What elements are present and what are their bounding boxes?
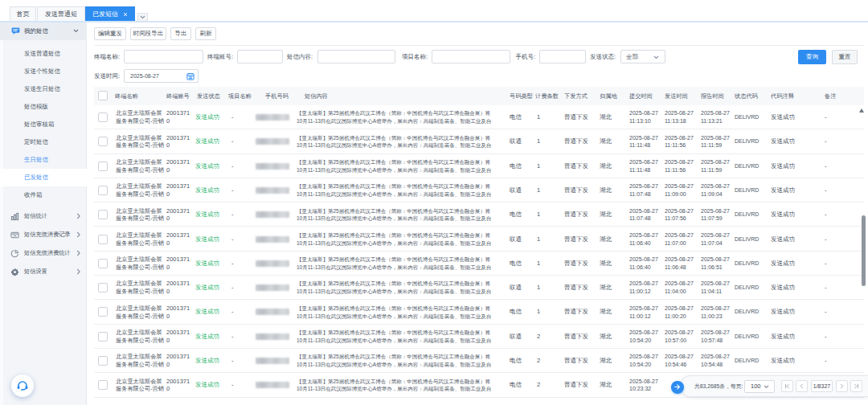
next-page-button[interactable]: [836, 380, 848, 392]
tab-dropdown-button[interactable]: [137, 13, 148, 22]
row-checkbox[interactable]: [98, 235, 108, 244]
row-checkbox[interactable]: [98, 162, 108, 171]
sms-content-input[interactable]: [317, 50, 395, 63]
text-line: 【亚太瑞斯】第25届机博会武汉工博会（简称：中国机博会与武汉工博会融合展）将: [297, 109, 507, 117]
cell-code-comment: 发送成功: [771, 178, 795, 202]
table-row[interactable]: 北京亚太瑞斯会展服务有限公司-营销20013710发送成功-【亚太瑞斯】第25届…: [0, 227, 868, 252]
row-checkbox[interactable]: [98, 380, 108, 390]
cell-send-status: 发送成功: [195, 300, 219, 324]
row-checkbox[interactable]: [98, 210, 108, 219]
export-button[interactable]: 导出: [170, 27, 191, 40]
table-row[interactable]: 北京亚太瑞斯会展服务有限公司-营销20013710发送成功-【亚太瑞斯】第25届…: [0, 300, 868, 324]
project-name-input[interactable]: [432, 50, 510, 63]
cell-send-time: 2025-08-2711:00:20: [665, 305, 694, 321]
text-line: 北京亚太瑞斯会展: [116, 329, 166, 337]
table-row[interactable]: 北京亚太瑞斯会展服务有限公司-营销20013710发送成功-【亚太瑞斯】第25届…: [0, 129, 868, 153]
cell-code-comment: 发送成功: [771, 349, 795, 373]
sidebar-item-send-birthday-sms[interactable]: 发送生日短信: [0, 80, 87, 98]
select-all-checkbox[interactable]: [98, 91, 108, 100]
table-row[interactable]: 北京亚太瑞斯会展服务有限公司-营销20013710发送成功-【亚太瑞斯】第25届…: [0, 105, 868, 129]
text-line: 11:06:48: [665, 264, 694, 272]
cell-submit-time: 2025-08-2711:06:40: [629, 256, 658, 272]
pagination-toggle-button[interactable]: [671, 381, 684, 394]
row-checkbox[interactable]: [98, 356, 108, 366]
cell-terminal-account: 20013710: [166, 378, 191, 394]
last-page-button[interactable]: [850, 380, 862, 392]
cell-terminal-account: 20013710: [166, 182, 191, 198]
row-checkbox[interactable]: [98, 283, 108, 292]
calendar-icon: [186, 72, 194, 80]
row-checkbox[interactable]: [98, 186, 108, 195]
phone-input[interactable]: [539, 50, 586, 63]
close-icon[interactable]: [123, 12, 128, 17]
text-line: 10:23:32: [629, 385, 658, 393]
refresh-button[interactable]: 刷新: [195, 27, 216, 40]
prev-page-button[interactable]: [796, 380, 808, 392]
text-line: 10:54:20: [629, 337, 658, 345]
row-checkbox[interactable]: [98, 307, 108, 317]
tab-sent-sms[interactable]: 已发短信: [85, 6, 135, 21]
pagination-total: 共83,2685条，每页:: [694, 376, 743, 396]
text-line: 10月11-13日在武汉国际博览中心A馆举办，展出内容：高端制造装备、智能工业及…: [297, 264, 507, 272]
scrollbar-thumb[interactable]: [862, 215, 866, 286]
tab-home[interactable]: 首页: [10, 6, 36, 21]
table-row[interactable]: 北京亚太瑞斯会展服务有限公司-营销20013710发送成功-【亚太瑞斯】第25届…: [0, 178, 868, 202]
cell-project-name: -: [231, 300, 234, 324]
cell-terminal-account: 20013710: [166, 280, 191, 296]
calendar-icon: [186, 72, 194, 80]
table-row[interactable]: 北京亚太瑞斯会展服务有限公司-营销20013710发送成功-【亚太瑞斯】第25届…: [0, 276, 868, 300]
query-button[interactable]: 查询: [798, 50, 826, 64]
row-checkbox[interactable]: [98, 137, 108, 146]
cell-remark: -: [825, 349, 827, 373]
scrollbar-up-arrow[interactable]: [859, 108, 864, 112]
table-row[interactable]: 北京亚太瑞斯会展服务有限公司-营销20013710发送成功-【亚太瑞斯】第25届…: [0, 349, 868, 373]
text-line: 2025-08-27: [629, 280, 658, 288]
terminal-account-input[interactable]: [237, 50, 283, 63]
text-line: 2025-08-27: [665, 305, 694, 313]
text-line: 服务有限公司-营销: [116, 166, 166, 174]
text-line: 北京亚太瑞斯会展: [116, 305, 166, 313]
cell-region: 湖北: [600, 227, 612, 252]
cell-report-time: 2025-08-2711:09:04: [701, 182, 730, 198]
text-line: 10月11-13日在武汉国际博览中心A馆举办，展出内容：高端制造装备、智能工业及…: [297, 313, 507, 321]
terminal-name-input[interactable]: [124, 50, 203, 63]
row-checkbox[interactable]: [98, 112, 108, 122]
row-checkbox[interactable]: [98, 259, 108, 268]
row-checkbox[interactable]: [98, 332, 108, 342]
sidebar-root-my-sms[interactable]: 我的短信: [0, 22, 87, 40]
text-line: 2025-08-27: [629, 378, 658, 386]
cell-terminal-name: 北京亚太瑞斯会展服务有限公司-营销: [116, 109, 166, 125]
chevron-down-icon: [73, 29, 79, 33]
table-row[interactable]: 北京亚太瑞斯会展服务有限公司-营销20013710发送成功-【亚太瑞斯】第25届…: [0, 252, 868, 276]
text-line: 服务有限公司-营销: [116, 215, 166, 223]
send-status-select[interactable]: 全部: [620, 50, 665, 63]
text-line: 11:11:56: [665, 141, 694, 149]
table-row[interactable]: 北京亚太瑞斯会展服务有限公司-营销20013710发送成功-【亚太瑞斯】第25届…: [0, 154, 868, 178]
tab-send-normal-sms[interactable]: 发送普通短: [37, 6, 85, 21]
reset-button[interactable]: 重置: [832, 50, 858, 64]
sidebar-item-send-normal-sms[interactable]: 发送普通短信: [0, 45, 87, 63]
text-line: 11:06:40: [629, 239, 658, 248]
cell-region: 湖北: [600, 105, 612, 129]
cell-submit-time: 2025-08-2711:07:48: [629, 182, 658, 198]
table-row[interactable]: 北京亚太瑞斯会展服务有限公司-营销20013710发送成功-【亚太瑞斯】第25届…: [0, 325, 868, 349]
cell-send-status: 发送成功: [195, 325, 219, 349]
table-row[interactable]: 北京亚太瑞斯会展服务有限公司-营销20013710发送成功-【亚太瑞斯】第25届…: [0, 202, 868, 227]
edit-resend-button[interactable]: 编辑重发: [94, 27, 126, 40]
cell-terminal-name: 北京亚太瑞斯会展服务有限公司-营销: [116, 207, 166, 223]
timerange-export-button[interactable]: 时间段导出: [130, 27, 166, 40]
text-line: 2025-08-27: [701, 207, 730, 215]
sidebar-item-send-personal-sms[interactable]: 发送个性短信: [0, 63, 87, 80]
send-time-datepicker[interactable]: 2025-08-27: [124, 69, 199, 83]
cell-billing-count: 1: [537, 105, 540, 129]
text-line: 2025-08-27: [629, 231, 658, 239]
chat-bubble-icon: [11, 27, 20, 35]
first-page-button[interactable]: [781, 380, 793, 392]
text-line: 服务有限公司-营销: [116, 288, 166, 296]
cell-region: 湖北: [600, 349, 612, 373]
page-size-select[interactable]: 100: [744, 380, 775, 393]
column-header-code-comment: 代码注释: [771, 87, 794, 105]
text-line: 北京亚太瑞斯会展: [116, 256, 166, 264]
text-line: 【亚太瑞斯】第25届机博会武汉工博会（简称：中国机博会与武汉工博会融合展）将: [297, 378, 507, 386]
cell-region: 湖北: [600, 325, 612, 349]
